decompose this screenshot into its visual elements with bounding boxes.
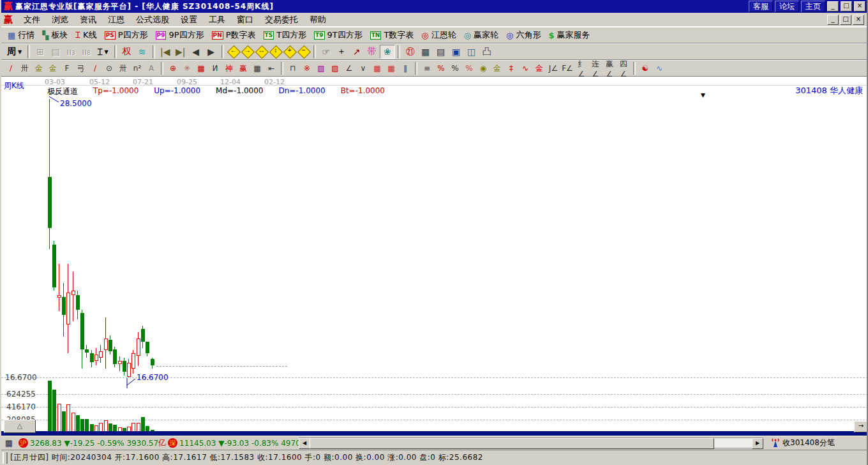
grid-tool-2-icon[interactable]: 卅 bbox=[116, 61, 130, 75]
calculator-icon[interactable]: ▦ bbox=[418, 45, 433, 59]
zoom-in-diamond[interactable]: + bbox=[283, 45, 297, 59]
zoom-left-diamond[interactable]: ← bbox=[227, 45, 241, 59]
menu-item-江恩[interactable]: 江恩 bbox=[102, 13, 130, 27]
crosshair-tool-icon[interactable]: ＋ bbox=[334, 45, 349, 59]
gann-wheel-button[interactable]: ◎江恩轮 bbox=[417, 28, 460, 42]
percent-down-icon[interactable]: % bbox=[434, 61, 448, 75]
percent-line-icon[interactable]: % bbox=[462, 61, 476, 75]
t-square-button[interactable]: TST四方形 bbox=[260, 28, 311, 42]
prev-bar-icon[interactable]: ◀ bbox=[188, 45, 204, 59]
bow-grid-icon[interactable]: 弓 bbox=[74, 61, 88, 75]
menu-item-设置[interactable]: 设置 bbox=[175, 13, 203, 27]
shade-grid-1-icon[interactable]: ▨ bbox=[314, 61, 328, 75]
child-restore-button[interactable]: □ bbox=[840, 15, 851, 25]
indicator-dropdown-caret[interactable]: ▼ bbox=[701, 92, 705, 98]
square-spiral-icon[interactable]: ▦ bbox=[194, 61, 208, 75]
menu-item-工具[interactable]: 工具 bbox=[203, 13, 231, 27]
shade-grid-2-icon[interactable]: ▧ bbox=[328, 61, 342, 75]
j-line-icon[interactable]: J∠ bbox=[546, 61, 560, 75]
candle-style-combo[interactable]: ⌶▼ bbox=[94, 45, 112, 59]
info-arrow-icon[interactable]: ‡ bbox=[504, 61, 518, 75]
pen-tool-icon[interactable]: ∕ bbox=[4, 61, 18, 75]
panel-toggle-button[interactable]: △ bbox=[4, 420, 36, 433]
period-combo[interactable]: 周▼ bbox=[4, 45, 25, 59]
color-chart-icon[interactable]: ≋ bbox=[135, 45, 150, 59]
zigzag-icon[interactable]: ∨ bbox=[356, 61, 370, 75]
si4-line-icon[interactable]: 四∠ bbox=[617, 61, 631, 75]
red-grid-1-icon[interactable]: ▦ bbox=[370, 61, 384, 75]
exrights-icon[interactable]: 权 bbox=[119, 45, 135, 59]
first-bar-icon[interactable]: |◀ bbox=[158, 45, 173, 59]
angle-a-icon[interactable]: A bbox=[144, 61, 158, 75]
wave-red-icon[interactable]: ∿ bbox=[518, 61, 532, 75]
lian-line-icon[interactable]: 连∠ bbox=[588, 61, 602, 75]
price-grid-icon[interactable]: ▦ bbox=[250, 61, 264, 75]
stats-table-icon[interactable]: ≡ bbox=[420, 61, 434, 75]
quotes-button[interactable]: ▦行情 bbox=[4, 28, 38, 42]
menu-item-资讯[interactable]: 资讯 bbox=[74, 13, 102, 27]
t-number-table-button[interactable]: TNT数字表 bbox=[366, 28, 418, 42]
scrollbar-thumb[interactable] bbox=[310, 438, 714, 449]
star-grid-icon[interactable]: ✳ bbox=[180, 61, 194, 75]
child-close-button[interactable]: × bbox=[853, 15, 864, 25]
p-square-button[interactable]: PSP四方形 bbox=[101, 28, 152, 42]
ying-line-icon[interactable]: 赢∠ bbox=[602, 61, 617, 75]
maximize-button[interactable]: □ bbox=[841, 1, 852, 11]
grid-tool-icon[interactable]: 卅 bbox=[18, 61, 32, 75]
menu-item-公式选股[interactable]: 公式选股 bbox=[130, 13, 175, 27]
wave-blue-icon[interactable]: ∿ bbox=[652, 61, 666, 75]
menu-item-窗口[interactable]: 窗口 bbox=[231, 13, 259, 27]
parallel-lines-icon[interactable]: ∥ bbox=[398, 61, 412, 75]
home-button[interactable]: 主页 bbox=[801, 1, 825, 12]
taiji-icon[interactable]: ☯ bbox=[638, 61, 652, 75]
kline-chart-pane[interactable]: 周K线 03-0305-1207-2109-2512-0402-12 极反通道 … bbox=[1, 77, 868, 436]
next-bar-icon[interactable]: ▶ bbox=[204, 45, 219, 59]
zoom-out-diamond[interactable]: − bbox=[297, 45, 311, 59]
close-button[interactable]: × bbox=[854, 1, 865, 11]
net-save-icon[interactable]: ◫ bbox=[464, 45, 479, 59]
expand-v-diamond[interactable]: ↕ bbox=[269, 45, 283, 59]
winner-wheel-button[interactable]: ◎赢家轮 bbox=[460, 28, 502, 42]
gold-circle-icon[interactable]: ◉ bbox=[476, 61, 490, 75]
9t-square-button[interactable]: T99T四方形 bbox=[310, 28, 366, 42]
ray-fan-icon[interactable]: ※ bbox=[300, 61, 314, 75]
gold-box-icon[interactable]: 金 bbox=[490, 61, 504, 75]
menu-item-文件[interactable]: 文件 bbox=[18, 13, 46, 27]
expand-h-diamond[interactable]: ↔ bbox=[255, 45, 269, 59]
child-minimize-button[interactable]: _ bbox=[827, 15, 839, 25]
scroll-left-icon[interactable]: ◀ bbox=[299, 438, 310, 449]
9p-square-button[interactable]: P99P四方形 bbox=[152, 28, 208, 42]
winner-service-button[interactable]: $赢家服务 bbox=[544, 28, 594, 42]
forum-button[interactable]: 论坛 bbox=[775, 1, 799, 12]
p-number-table-button[interactable]: PNP数字表 bbox=[208, 28, 260, 42]
f-line-icon[interactable]: F∠ bbox=[560, 61, 574, 75]
last-bar-icon[interactable]: ▶| bbox=[173, 45, 188, 59]
expand-right-button[interactable]: → bbox=[854, 421, 868, 432]
print-icon[interactable]: 凸 bbox=[479, 45, 495, 59]
quote-table-icon[interactable]: ▦ bbox=[3, 438, 15, 449]
wave-mark-icon[interactable]: И bbox=[208, 61, 222, 75]
gold-red-icon[interactable]: 金 bbox=[532, 61, 546, 75]
minimize-button[interactable]: _ bbox=[827, 1, 839, 11]
si-line-icon[interactable]: 纟∠ bbox=[574, 61, 588, 75]
sectors-button[interactable]: ▚板块 bbox=[38, 28, 71, 42]
hand-tool-icon[interactable]: ☞ bbox=[318, 45, 334, 59]
percent-icon[interactable]: % bbox=[448, 61, 462, 75]
smart-analysis-icon[interactable]: ❀ bbox=[380, 45, 395, 59]
gann-figure-icon[interactable]: 带 bbox=[364, 45, 380, 59]
indicator-name[interactable]: 极反通道 bbox=[47, 86, 78, 97]
box-tool-icon[interactable]: ⊓ bbox=[286, 61, 300, 75]
gold-grid-2-icon[interactable]: 金 bbox=[46, 61, 60, 75]
gold-grid-1-icon[interactable]: 金 bbox=[32, 61, 46, 75]
scroll-right-icon[interactable]: ▶ bbox=[752, 438, 763, 449]
red-grid-2-icon[interactable]: ▦ bbox=[384, 61, 398, 75]
menu-item-浏览[interactable]: 浏览 bbox=[46, 13, 74, 27]
n-square-icon[interactable]: n² bbox=[130, 61, 144, 75]
horizontal-scrollbar[interactable]: ◀ ▶ bbox=[299, 438, 763, 448]
kline-button[interactable]: ⌶K线 bbox=[71, 28, 100, 42]
calendar-icon[interactable]: ㉑ bbox=[403, 45, 418, 59]
zoom-right-diamond[interactable]: → bbox=[241, 45, 255, 59]
support-button[interactable]: 客服 bbox=[749, 1, 773, 12]
save-icon[interactable]: ▣ bbox=[449, 45, 464, 59]
notes-icon[interactable]: ▤ bbox=[433, 45, 449, 59]
